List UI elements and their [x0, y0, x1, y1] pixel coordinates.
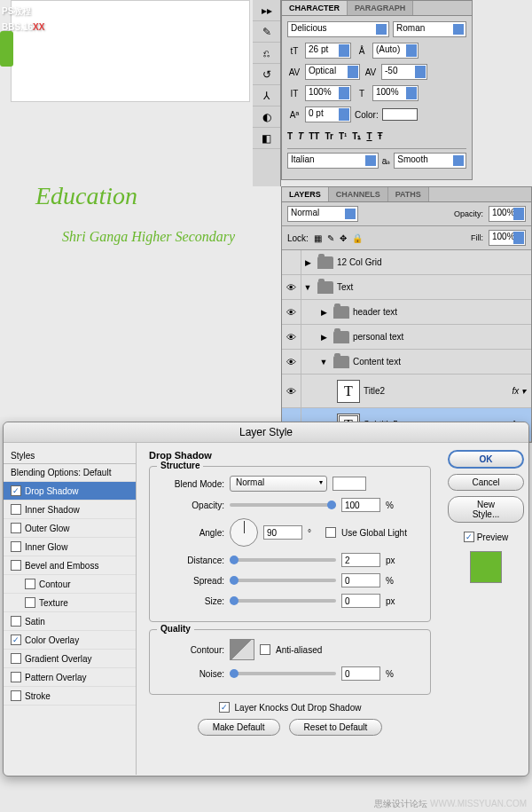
style-item-pattern-overlay[interactable]: Pattern Overlay	[4, 668, 136, 687]
noise-field[interactable]	[341, 666, 380, 681]
layer-row[interactable]: 👁 ▼ Content text	[282, 350, 531, 374]
style-item-stroke[interactable]: Stroke	[4, 687, 136, 706]
antialias-select[interactable]: Smooth	[394, 153, 466, 169]
lock-transparent-icon[interactable]: ▦	[314, 233, 322, 243]
style-checkbox[interactable]	[25, 579, 35, 589]
shadow-color-swatch[interactable]	[332, 477, 366, 491]
layer-row[interactable]: ▶ 12 Col Grid	[282, 250, 531, 275]
distance-field[interactable]	[341, 553, 380, 567]
noise-slider[interactable]	[230, 672, 336, 675]
visibility-icon[interactable]: 👁	[282, 374, 301, 407]
style-item-bevel-and-emboss[interactable]: Bevel and Emboss	[4, 556, 136, 575]
style-item-inner-glow[interactable]: Inner Glow	[4, 538, 136, 556]
tab-paths[interactable]: PATHS	[388, 187, 429, 201]
strikethrough[interactable]: Ŧ	[378, 131, 383, 141]
hscale-field[interactable]: 100%	[372, 85, 419, 101]
ok-button[interactable]: OK	[448, 450, 524, 469]
blend-mode-select[interactable]: Normal	[230, 476, 327, 492]
style-checkbox[interactable]	[25, 597, 35, 608]
small-caps[interactable]: Tr	[325, 131, 332, 141]
opacity-slider[interactable]	[230, 503, 336, 507]
opacity-field[interactable]	[341, 498, 380, 512]
styles-header[interactable]: Styles	[4, 448, 136, 464]
adjust-panel-icon[interactable]: ◧	[253, 128, 280, 149]
education-subtitle[interactable]: Shri Ganga Higher Secondary	[62, 229, 235, 245]
style-checkbox[interactable]	[11, 616, 21, 627]
layer-row[interactable]: 👁 ▶ personal text	[282, 325, 531, 350]
visibility-icon[interactable]	[282, 250, 301, 274]
style-checkbox[interactable]	[11, 690, 21, 701]
size-field[interactable]	[341, 594, 380, 608]
disclosure-arrow[interactable]: ▶	[317, 333, 330, 342]
history-panel-icon[interactable]: ↺	[253, 64, 280, 85]
panel-toggle-icon[interactable]: ▸▸	[253, 0, 280, 21]
disclosure-arrow[interactable]: ▼	[317, 358, 330, 367]
disclosure-arrow[interactable]: ▼	[301, 283, 314, 292]
style-item-gradient-overlay[interactable]: Gradient Overlay	[4, 650, 136, 668]
language-select[interactable]: Italian	[287, 153, 379, 169]
tab-layers[interactable]: LAYERS	[282, 187, 329, 201]
style-item-texture[interactable]: Texture	[4, 594, 136, 612]
style-checkbox[interactable]	[11, 523, 21, 533]
font-size-field[interactable]: 26 pt	[305, 43, 351, 59]
kerning-field[interactable]: Optical	[305, 64, 360, 80]
lock-pixels-icon[interactable]: ✎	[327, 233, 334, 243]
spread-field[interactable]	[341, 573, 380, 587]
brush-panel-icon[interactable]: ✎	[253, 21, 280, 43]
style-checkbox[interactable]	[11, 672, 21, 682]
disclosure-arrow[interactable]: ▶	[301, 258, 314, 267]
style-item-drop-shadow[interactable]: Drop Shadow	[4, 482, 136, 501]
make-default-button[interactable]: Make Default	[198, 719, 280, 736]
style-checkbox[interactable]	[11, 485, 21, 496]
opacity-field[interactable]: 100%	[489, 206, 526, 222]
knockout-checkbox[interactable]	[219, 702, 230, 713]
leading-field[interactable]: (Auto)	[372, 43, 419, 59]
lock-all-icon[interactable]: 🔒	[352, 233, 363, 243]
style-checkbox[interactable]	[11, 635, 21, 645]
cancel-button[interactable]: Cancel	[448, 474, 524, 491]
tracking-field[interactable]: -50	[381, 64, 427, 80]
faux-bold[interactable]: T	[287, 131, 293, 141]
style-item-outer-glow[interactable]: Outer Glow	[4, 519, 136, 538]
layer-row[interactable]: 👁 T Title2 fx ▾	[282, 374, 531, 408]
education-title[interactable]: Education	[35, 182, 137, 210]
visibility-icon[interactable]: 👁	[282, 325, 301, 349]
visibility-icon[interactable]: 👁	[282, 300, 301, 324]
tab-channels[interactable]: CHANNELS	[329, 187, 388, 201]
all-caps[interactable]: TT	[309, 131, 319, 141]
font-family-select[interactable]: Delicious	[287, 21, 389, 37]
distance-slider[interactable]	[230, 558, 336, 562]
blend-mode-select[interactable]: Normal	[287, 206, 358, 222]
new-style-button[interactable]: New Style...	[448, 496, 524, 523]
clone-panel-icon[interactable]: ⎌	[253, 43, 280, 64]
visibility-icon[interactable]: 👁	[282, 275, 301, 299]
subscript[interactable]: T₁	[352, 131, 361, 141]
preview-checkbox[interactable]	[464, 532, 474, 542]
fill-field[interactable]: 100%	[489, 230, 526, 246]
text-panel-icon[interactable]: ⅄	[253, 85, 280, 106]
layer-row[interactable]: 👁 ▶ header text	[282, 300, 531, 325]
reset-default-button[interactable]: Reset to Default	[289, 719, 383, 736]
underline[interactable]: T	[366, 131, 372, 141]
global-light-checkbox[interactable]	[325, 527, 336, 538]
text-color-swatch[interactable]	[382, 108, 418, 121]
visibility-icon[interactable]: 👁	[282, 350, 301, 374]
angle-field[interactable]	[263, 525, 302, 540]
blending-options-item[interactable]: Blending Options: Default	[4, 464, 136, 482]
swatch-panel-icon[interactable]: ◐	[253, 106, 280, 128]
faux-italic[interactable]: T	[298, 131, 303, 141]
style-checkbox[interactable]	[11, 504, 21, 515]
tab-paragraph[interactable]: PARAGRAPH	[348, 1, 413, 15]
layer-row[interactable]: 👁 ▼ Text	[282, 275, 531, 300]
style-checkbox[interactable]	[11, 560, 21, 571]
style-checkbox[interactable]	[11, 653, 21, 664]
fx-badge[interactable]: fx ▾	[512, 386, 526, 396]
font-style-select[interactable]: Roman	[393, 21, 466, 37]
tab-character[interactable]: CHARACTER	[282, 1, 348, 15]
angle-dial[interactable]	[230, 518, 258, 547]
contour-picker[interactable]	[230, 639, 254, 660]
baseline-field[interactable]: 0 pt	[305, 106, 351, 122]
style-item-color-overlay[interactable]: Color Overlay	[4, 631, 136, 650]
disclosure-arrow[interactable]: ▶	[317, 308, 330, 317]
superscript[interactable]: T¹	[339, 131, 347, 141]
